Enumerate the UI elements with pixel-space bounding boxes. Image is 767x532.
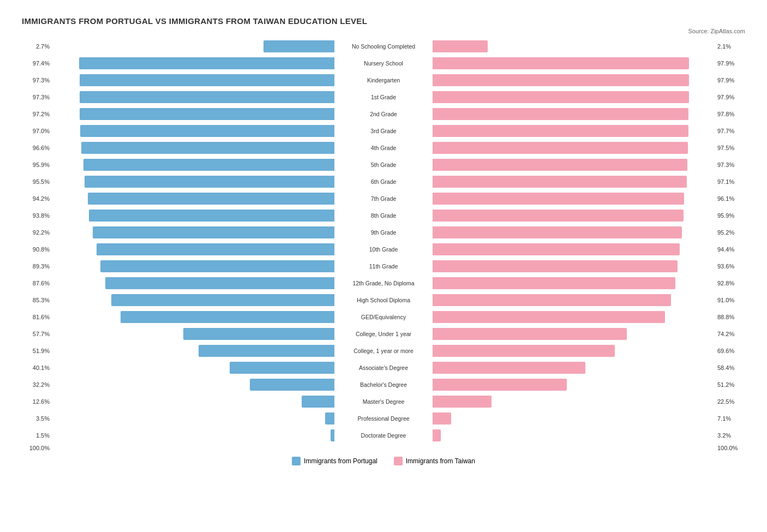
left-fill: [80, 74, 334, 86]
bar-row: 51.9% College, 1 year or more 69.6%: [22, 343, 745, 358]
bar-row: 93.8% 8th Grade 95.9%: [22, 208, 745, 223]
right-bar: [433, 142, 715, 154]
left-value: 32.2%: [22, 381, 52, 388]
bar-label: 7th Grade: [334, 195, 433, 202]
right-bar: [433, 40, 715, 52]
left-bar: [52, 193, 334, 205]
left-bar: [52, 210, 334, 222]
bar-row: 3.5% Professional Degree 7.1%: [22, 411, 745, 426]
bar-label: 11th Grade: [334, 263, 433, 270]
right-bar: [433, 125, 715, 137]
right-bar: [433, 226, 715, 238]
bar-label: Bachelor's Degree: [334, 381, 433, 388]
bar-label: 12th Grade, No Diploma: [334, 280, 433, 286]
left-value: 1.5%: [22, 432, 52, 439]
right-fill: [433, 328, 627, 340]
left-bar: [52, 362, 334, 374]
left-bar: [52, 243, 334, 255]
bar-row: 1.5% Doctorate Degree 3.2%: [22, 428, 745, 443]
chart-container: IMMIGRANTS FROM PORTUGAL VS IMMIGRANTS F…: [11, 11, 756, 471]
bar-row: 92.2% 9th Grade 95.2%: [22, 225, 745, 240]
bar-label: Associate's Degree: [334, 364, 433, 371]
chart-title: IMMIGRANTS FROM PORTUGAL VS IMMIGRANTS F…: [22, 16, 745, 26]
chart-source: Source: ZipAtlas.com: [22, 28, 745, 34]
right-bar: [433, 210, 715, 222]
left-fill: [97, 243, 334, 255]
left-fill: [250, 379, 334, 391]
left-value: 97.3%: [22, 94, 52, 100]
right-value: 3.2%: [715, 432, 745, 439]
right-bar: [433, 57, 715, 69]
right-value: 58.4%: [715, 364, 745, 371]
bar-label: Professional Degree: [334, 415, 433, 422]
right-value: 97.8%: [715, 111, 745, 117]
right-value: 97.9%: [715, 60, 745, 67]
left-value: 93.8%: [22, 212, 52, 219]
left-bar: [52, 294, 334, 306]
right-bar: [433, 413, 715, 425]
bar-row: 97.3% 1st Grade 97.9%: [22, 89, 745, 105]
bar-label: 8th Grade: [334, 212, 433, 219]
right-value: 94.4%: [715, 246, 745, 253]
left-fill: [80, 125, 334, 137]
right-value: 51.2%: [715, 381, 745, 388]
right-value: 74.2%: [715, 331, 745, 337]
bar-row: 2.7% No Schooling Completed 2.1%: [22, 39, 745, 54]
bar-row: 95.9% 5th Grade 97.3%: [22, 157, 745, 172]
left-value: 97.4%: [22, 60, 52, 67]
left-fill: [302, 396, 334, 408]
left-bar: [52, 429, 334, 441]
right-value: 97.3%: [715, 162, 745, 168]
bar-row: 96.6% 4th Grade 97.5%: [22, 140, 745, 156]
left-fill: [121, 311, 334, 323]
left-fill: [331, 429, 334, 441]
left-value: 85.3%: [22, 297, 52, 303]
right-bar: [433, 328, 715, 340]
left-bar: [52, 91, 334, 103]
right-fill: [433, 243, 680, 255]
right-fill: [433, 413, 451, 425]
left-fill: [89, 210, 334, 222]
right-bar: [433, 277, 715, 289]
left-value: 95.5%: [22, 178, 52, 185]
bar-row: 89.3% 11th Grade 93.6%: [22, 259, 745, 274]
right-value: 97.1%: [715, 178, 745, 185]
right-fill: [433, 91, 689, 103]
bar-row: 97.3% Kindergarten 97.9%: [22, 73, 745, 88]
left-value: 94.2%: [22, 195, 52, 202]
left-value: 3.5%: [22, 415, 52, 422]
bar-row: 95.5% 6th Grade 97.1%: [22, 174, 745, 189]
left-fill: [88, 193, 334, 205]
right-value: 97.9%: [715, 77, 745, 83]
right-fill: [433, 108, 688, 120]
legend-item-taiwan: Immigrants from Taiwan: [394, 457, 475, 465]
left-bar: [52, 57, 334, 69]
left-value: 96.6%: [22, 145, 52, 151]
right-fill: [433, 125, 688, 137]
chart-area: 2.7% No Schooling Completed 2.1% 97.4% N…: [22, 39, 745, 443]
right-fill: [433, 260, 678, 272]
right-fill: [433, 193, 684, 205]
bar-label: No Schooling Completed: [334, 43, 433, 50]
bar-label: 5th Grade: [334, 162, 433, 168]
right-bar: [433, 243, 715, 255]
left-value: 12.6%: [22, 398, 52, 405]
left-fill: [111, 294, 334, 306]
right-fill: [433, 345, 615, 357]
bar-label: 1st Grade: [334, 94, 433, 100]
left-bar: [52, 125, 334, 137]
left-bar: [52, 311, 334, 323]
axis-left: 100.0%: [22, 445, 52, 451]
left-fill: [100, 260, 334, 272]
right-value: 88.8%: [715, 314, 745, 320]
left-bar: [52, 345, 334, 357]
left-bar: [52, 159, 334, 171]
right-bar: [433, 193, 715, 205]
right-bar: [433, 260, 715, 272]
right-value: 97.9%: [715, 94, 745, 100]
left-bar: [52, 277, 334, 289]
left-value: 57.7%: [22, 331, 52, 337]
right-value: 91.0%: [715, 297, 745, 303]
left-fill: [79, 57, 334, 69]
right-fill: [433, 74, 689, 86]
